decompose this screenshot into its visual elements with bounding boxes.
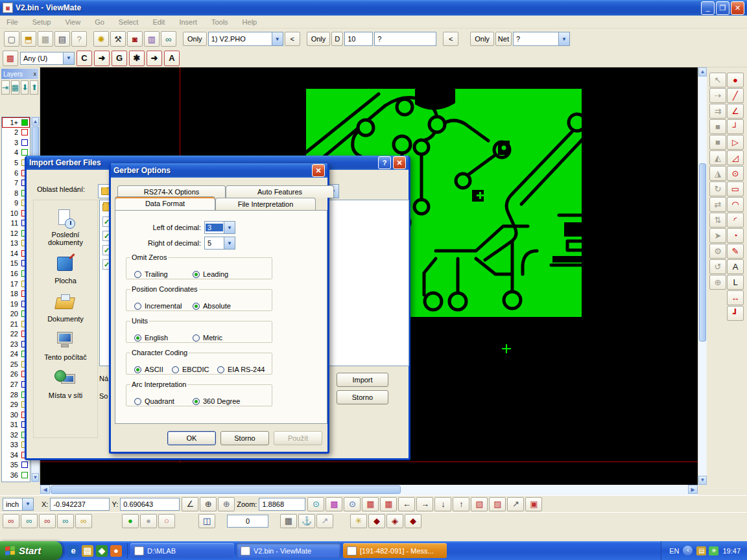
- only-dcode-button[interactable]: Only: [307, 32, 331, 46]
- firefox-icon[interactable]: ●: [110, 545, 122, 557]
- radio-icon[interactable]: [193, 398, 200, 405]
- flash-select-icon[interactable]: ✳: [350, 514, 367, 528]
- draw-pad-icon[interactable]: ●: [727, 73, 744, 88]
- menu-item[interactable]: Insert: [179, 18, 197, 26]
- radio-icon[interactable]: [134, 398, 141, 405]
- chevron-down-icon[interactable]: ▼: [63, 52, 74, 64]
- layer-row[interactable]: 36: [2, 470, 30, 480]
- icq-tray-icon[interactable]: ✳: [709, 546, 718, 555]
- highlight-off-icon[interactable]: ●: [140, 514, 157, 528]
- mirror-vertical-icon[interactable]: ◮: [709, 166, 726, 181]
- radio-icon[interactable]: [172, 366, 179, 373]
- settings-icon[interactable]: ⚙: [709, 244, 726, 259]
- maximize-button[interactable]: ❐: [716, 1, 729, 15]
- radio-ebcdic[interactable]: EBCDIC: [172, 366, 209, 373]
- prev-layer-button[interactable]: <: [285, 32, 300, 46]
- taskbar-task-button[interactable]: ▤ [191-482-091] - Mess...: [343, 543, 447, 558]
- select-dcodes-icon[interactable]: ▩: [3, 51, 18, 66]
- rotate-icon[interactable]: ↻: [709, 181, 726, 196]
- minimize-button[interactable]: _: [701, 1, 715, 15]
- left-of-decimal-combo[interactable]: 3▼: [204, 221, 235, 234]
- label-icon[interactable]: L: [727, 275, 744, 290]
- radio-trailing[interactable]: Trailing: [134, 270, 168, 278]
- context-help-icon[interactable]: ?: [71, 31, 87, 47]
- close-button[interactable]: ✕: [393, 156, 406, 169]
- radio-metric[interactable]: Metric: [193, 334, 222, 342]
- radio-icon[interactable]: [134, 303, 141, 310]
- pad-move-icon[interactable]: ◆: [405, 514, 421, 528]
- draw-curve-icon[interactable]: ◜: [727, 213, 744, 228]
- transform-icon[interactable]: ➤: [709, 228, 726, 243]
- angle-measure-icon[interactable]: ∠: [182, 497, 198, 511]
- draw-rectangle-icon[interactable]: ▭: [727, 181, 744, 196]
- menu-item[interactable]: Go: [95, 18, 104, 26]
- undo-icon[interactable]: ↺: [709, 259, 726, 274]
- draw-bend-icon[interactable]: ┛: [727, 306, 744, 321]
- view-layers-icon[interactable]: ∞: [21, 514, 38, 528]
- mirror-horizontal-icon[interactable]: ◭: [709, 150, 726, 165]
- draw-sketch-icon[interactable]: ✎: [727, 244, 744, 259]
- language-indicator[interactable]: EN: [669, 547, 679, 555]
- radio-leading[interactable]: Leading: [193, 270, 228, 278]
- view-all-icon[interactable]: ∞: [75, 514, 92, 528]
- radio-incremental[interactable]: Incremental: [134, 302, 182, 310]
- layer-colors-icon[interactable]: ▦: [11, 80, 19, 95]
- place-desktop[interactable]: Plocha: [34, 255, 97, 285]
- draw-notch-icon[interactable]: ▷: [727, 135, 744, 150]
- ok-button[interactable]: OK: [167, 431, 216, 445]
- cancel-button[interactable]: Storno: [337, 390, 388, 404]
- pan-down-icon[interactable]: ↓: [434, 497, 451, 511]
- zoom-window-icon[interactable]: ⊙: [344, 497, 361, 511]
- layer-insert-icon[interactable]: ⇥: [1, 80, 10, 95]
- net-select-combo[interactable]: ?▼: [513, 32, 570, 46]
- view-dcodes-icon[interactable]: ∞: [3, 514, 19, 528]
- tab-data-format[interactable]: Data Format: [115, 196, 215, 210]
- draw-arc-icon[interactable]: ◠: [727, 197, 744, 212]
- tool-transfer-icon[interactable]: ➜: [147, 51, 162, 66]
- tool-flash-icon[interactable]: ✱: [129, 51, 145, 66]
- text-icon[interactable]: A: [727, 259, 744, 274]
- highlight-outline-icon[interactable]: ○: [158, 514, 175, 528]
- radio-icon[interactable]: [134, 366, 141, 373]
- pad-select-icon[interactable]: ◆: [368, 514, 385, 528]
- cancel-button[interactable]: Storno: [220, 431, 269, 445]
- taskbar-task-button[interactable]: ◙ V2.bin - ViewMate: [237, 543, 340, 558]
- help-button[interactable]: ?: [378, 156, 391, 169]
- draw-triangle-icon[interactable]: ◿: [727, 150, 744, 165]
- close-button[interactable]: ✕: [312, 164, 325, 177]
- radio-eia-rs244[interactable]: EIA RS-244: [217, 366, 265, 373]
- layer-color-swatch[interactable]: [21, 139, 28, 146]
- place-network[interactable]: Místa v síti: [34, 370, 97, 399]
- layer-down-icon[interactable]: ⬇: [21, 80, 29, 95]
- dialog-titlebar[interactable]: Gerber Options ✕: [111, 163, 327, 178]
- open-folder-icon[interactable]: ⬒: [21, 31, 36, 47]
- place-my-computer[interactable]: Tento počítač: [34, 332, 97, 361]
- menu-item[interactable]: Select: [119, 18, 139, 26]
- radio-icon[interactable]: [217, 366, 224, 373]
- place-documents[interactable]: Dokumenty: [34, 294, 97, 323]
- radio-icon[interactable]: [134, 271, 141, 278]
- radio-icon[interactable]: [193, 303, 200, 310]
- draw-corner-icon[interactable]: ┘: [727, 119, 744, 134]
- snap-grid-icon[interactable]: ▦: [280, 514, 297, 528]
- layer-row[interactable]: 2: [2, 128, 30, 138]
- right-of-decimal-combo[interactable]: 5▼: [204, 237, 235, 250]
- tool-a-icon[interactable]: A: [164, 51, 180, 66]
- draw-line-icon[interactable]: ╱: [727, 88, 744, 103]
- menu-item[interactable]: Tools: [211, 18, 228, 26]
- menu-item[interactable]: View: [65, 18, 80, 26]
- draw-circle-icon[interactable]: ⊙: [727, 166, 744, 181]
- paste-grid-icon[interactable]: ▨: [489, 497, 506, 511]
- menu-item[interactable]: File: [6, 18, 18, 26]
- zoom-dcode-icon[interactable]: ▩: [326, 497, 342, 511]
- view-net-icon[interactable]: ∞: [57, 514, 74, 528]
- flash-grid-icon[interactable]: ✺: [93, 31, 109, 47]
- scale-icon[interactable]: ⇄: [709, 197, 726, 212]
- dimension-icon[interactable]: ↔: [727, 290, 744, 305]
- only-net-button[interactable]: Only: [470, 32, 494, 46]
- highlight-box-icon[interactable]: ▣: [525, 497, 542, 511]
- chevron-down-icon[interactable]: ▼: [224, 237, 235, 249]
- relative-origin-icon[interactable]: ⊕: [218, 497, 235, 511]
- only-layer-button[interactable]: Only: [183, 32, 207, 46]
- messenger-tray-icon[interactable]: ▤: [696, 546, 706, 555]
